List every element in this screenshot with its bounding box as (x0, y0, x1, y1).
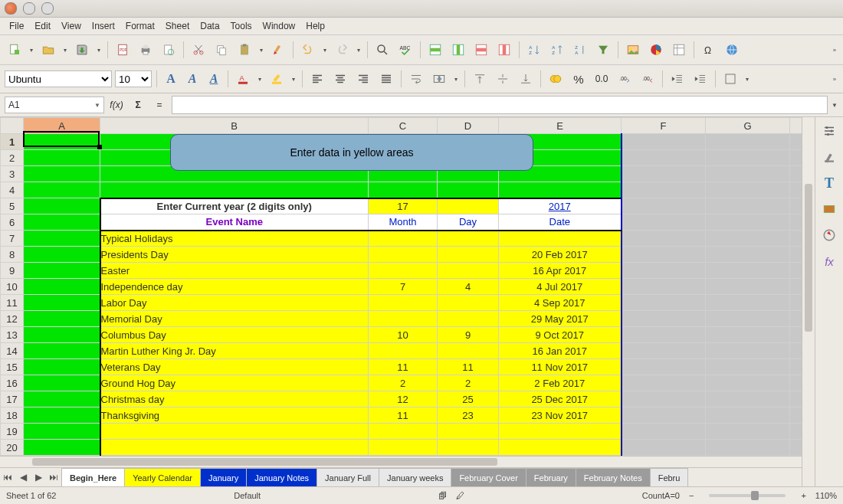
col-header-G[interactable]: G (706, 118, 790, 134)
align-top-button[interactable] (470, 69, 490, 89)
cell-G14[interactable] (706, 343, 790, 359)
cell-A6[interactable] (24, 214, 100, 231)
cell-E16[interactable]: 2 Feb 2017 (499, 375, 622, 391)
cell-F1[interactable] (622, 134, 706, 150)
cell-C16[interactable]: 2 (369, 375, 438, 391)
cell-G13[interactable] (706, 327, 790, 343)
cell-E17[interactable]: 25 Dec 2017 (499, 391, 622, 407)
cell-E8[interactable]: 20 Feb 2017 (499, 247, 622, 263)
cell-B18[interactable]: Thanksgiving (100, 407, 369, 424)
cell-H6[interactable] (790, 214, 802, 231)
cell-H16[interactable] (790, 375, 802, 391)
cell-C11[interactable] (369, 295, 438, 311)
window-close-button[interactable] (5, 2, 17, 15)
cell-H7[interactable] (790, 231, 802, 247)
tab-january-full[interactable]: January Full (317, 468, 379, 487)
cell-D8[interactable] (438, 247, 499, 263)
tab-february[interactable]: February (526, 468, 576, 487)
sidebar-settings-icon[interactable] (820, 122, 838, 140)
row-header-16[interactable]: 16 (1, 375, 24, 391)
font-color-button[interactable]: A (233, 69, 253, 89)
align-vmiddle-button[interactable] (493, 69, 513, 89)
cell-D19[interactable] (438, 424, 499, 440)
cell-H18[interactable] (790, 407, 802, 424)
zoom-level[interactable]: 110% (815, 491, 837, 500)
cell-B20[interactable] (100, 440, 369, 456)
align-right-button[interactable] (353, 69, 373, 89)
row-header-4[interactable]: 4 (1, 182, 24, 198)
cell-F14[interactable] (622, 343, 706, 359)
cell-H11[interactable] (790, 295, 802, 311)
cell-H10[interactable] (790, 279, 802, 295)
cell-G2[interactable] (706, 150, 790, 166)
col-header-C[interactable]: C (369, 118, 438, 134)
clone-format-button[interactable] (268, 40, 288, 60)
window-maximize-button[interactable] (41, 2, 54, 15)
col-header-D[interactable]: D (438, 118, 499, 134)
cell-E15[interactable]: 11 Nov 2017 (499, 359, 622, 375)
font-name-select[interactable]: Ubuntu (5, 70, 112, 87)
cell-A7[interactable] (24, 231, 100, 247)
row-header-8[interactable]: 8 (1, 247, 24, 263)
cell-D6[interactable]: Day (438, 214, 499, 231)
open-button[interactable] (38, 40, 58, 60)
remove-decimal-button[interactable]: .00 (638, 69, 658, 89)
copy-button[interactable] (212, 40, 231, 60)
cell-G4[interactable] (706, 182, 790, 198)
cell-D18[interactable]: 23 (438, 407, 499, 424)
cell-B11[interactable]: Labor Day (100, 295, 369, 311)
row-header-6[interactable]: 6 (1, 214, 24, 231)
cell-H13[interactable] (790, 327, 802, 343)
cell-E4[interactable] (499, 182, 622, 198)
cell-A4[interactable] (24, 182, 100, 198)
cell-B16[interactable]: Ground Hog Day (100, 375, 369, 391)
wrap-text-button[interactable] (406, 69, 426, 89)
cell-C10[interactable]: 7 (369, 279, 438, 295)
cell-E6[interactable]: Date (499, 214, 622, 231)
new-dropdown[interactable]: ▾ (28, 41, 35, 59)
redo-button[interactable] (332, 40, 352, 60)
cell-C7[interactable] (369, 231, 438, 247)
cell-A5[interactable] (24, 198, 100, 214)
cell-E10[interactable]: 4 Jul 2017 (499, 279, 622, 295)
increase-indent-button[interactable] (690, 69, 710, 89)
cell-H4[interactable] (790, 182, 802, 198)
pdf-export-button[interactable]: PDF (113, 40, 133, 60)
align-center-button[interactable] (330, 69, 350, 89)
cell-D9[interactable] (438, 263, 499, 279)
undo-button[interactable] (298, 40, 318, 60)
paste-dropdown[interactable]: ▾ (257, 41, 265, 59)
merge-cells-button[interactable] (429, 69, 449, 89)
cell-G3[interactable] (706, 166, 790, 182)
cell-H2[interactable] (790, 150, 802, 166)
cell-A16[interactable] (24, 375, 100, 391)
col-header-H[interactable]: H (790, 118, 802, 134)
cell-E13[interactable]: 9 Oct 2017 (499, 327, 622, 343)
zoom-slider[interactable] (709, 494, 786, 497)
row-header-13[interactable]: 13 (1, 327, 24, 343)
currency-button[interactable] (546, 69, 566, 89)
spreadsheet-grid[interactable]: ABCDEFGH12345Enter Current year (2 digit… (0, 117, 802, 456)
row-header-1[interactable]: 1 (1, 134, 24, 150)
redo-dropdown[interactable]: ▾ (355, 41, 362, 59)
borders-dropdown[interactable]: ▾ (743, 70, 751, 88)
cell-A9[interactable] (24, 263, 100, 279)
cell-E12[interactable]: 29 May 2017 (499, 311, 622, 327)
cell-F17[interactable] (622, 391, 706, 407)
row-header-3[interactable]: 3 (1, 166, 24, 182)
row-header-11[interactable]: 11 (1, 295, 24, 311)
sidebar-styles-icon[interactable]: T (820, 174, 838, 192)
italic-button[interactable]: A (183, 70, 202, 88)
cell-H8[interactable] (790, 247, 802, 263)
cell-A14[interactable] (24, 343, 100, 359)
tab-prev-button[interactable]: ◀ (16, 470, 30, 484)
zoom-out-button[interactable]: − (689, 491, 694, 500)
font-size-select[interactable]: 10 (115, 70, 152, 87)
highlight-button[interactable] (267, 69, 287, 89)
cell-F13[interactable] (622, 327, 706, 343)
cell-D20[interactable] (438, 440, 499, 456)
cell-F6[interactable] (622, 214, 706, 231)
tab-febru[interactable]: Febru (650, 468, 689, 487)
cell-H12[interactable] (790, 311, 802, 327)
sort-button[interactable]: ZA (570, 40, 590, 60)
